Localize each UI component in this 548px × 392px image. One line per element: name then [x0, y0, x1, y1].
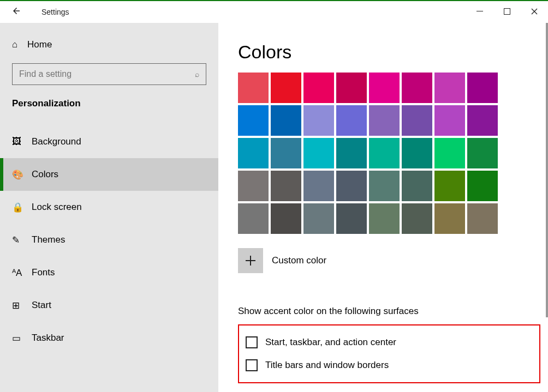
color-swatch[interactable]	[238, 73, 269, 103]
taskbar-icon: ▭	[12, 333, 27, 344]
nav-item-colors[interactable]: 🎨Colors	[0, 158, 218, 191]
color-swatch[interactable]	[467, 73, 498, 103]
color-swatch[interactable]	[467, 171, 498, 201]
nav-item-lock-screen[interactable]: 🔒Lock screen	[0, 191, 218, 224]
nav-item-label: Start	[32, 300, 51, 311]
search-icon: ⌕	[195, 70, 199, 79]
sidebar-home[interactable]: ⌂ Home	[0, 34, 218, 56]
color-swatch[interactable]	[467, 105, 498, 136]
color-swatch[interactable]	[434, 105, 465, 136]
background-icon: 🖼	[12, 136, 27, 147]
color-swatch[interactable]	[402, 171, 432, 201]
color-swatch[interactable]	[238, 203, 269, 234]
color-swatch[interactable]	[369, 73, 400, 103]
color-swatch[interactable]	[434, 138, 465, 168]
close-button[interactable]	[521, 1, 548, 23]
nav-item-label: Taskbar	[32, 333, 64, 343]
nav-item-label: Background	[32, 136, 81, 147]
color-swatch[interactable]	[238, 171, 269, 201]
color-swatch[interactable]	[336, 138, 367, 168]
nav-item-taskbar[interactable]: ▭Taskbar	[0, 322, 218, 354]
colors-icon: 🎨	[12, 169, 27, 180]
custom-color-label: Custom color	[272, 255, 326, 266]
window-title: Settings	[41, 8, 69, 16]
color-swatch[interactable]	[402, 105, 432, 136]
start-icon: ⊞	[12, 300, 27, 311]
color-swatch[interactable]	[402, 138, 432, 168]
scrollbar-thumb[interactable]	[546, 23, 548, 317]
color-swatch[interactable]	[336, 203, 367, 234]
nav-item-fonts[interactable]: ᴬAFonts	[0, 256, 218, 289]
color-swatch[interactable]	[336, 105, 367, 136]
lock-screen-icon: 🔒	[12, 202, 27, 213]
checkbox-label: Start, taskbar, and action center	[265, 337, 396, 348]
color-swatch[interactable]	[369, 138, 400, 168]
color-swatch[interactable]	[303, 138, 334, 168]
color-swatch[interactable]	[271, 138, 301, 168]
home-icon: ⌂	[12, 39, 27, 50]
color-swatch[interactable]	[402, 203, 432, 234]
checkbox-titlebars[interactable]: Title bars and window borders	[243, 354, 535, 377]
color-swatch[interactable]	[369, 203, 400, 234]
color-swatch[interactable]	[238, 138, 269, 168]
home-label: Home	[27, 39, 52, 50]
color-swatch[interactable]	[271, 73, 301, 103]
maximize-button[interactable]	[493, 1, 521, 23]
nav-item-label: Fonts	[32, 267, 55, 278]
surfaces-heading: Show accent color on the following surfa…	[238, 306, 532, 317]
color-swatch[interactable]	[434, 203, 465, 234]
checkbox-start-taskbar[interactable]: Start, taskbar, and action center	[243, 331, 535, 354]
search-field[interactable]	[19, 69, 195, 79]
page-heading: Colors	[238, 41, 532, 63]
color-swatch[interactable]	[271, 171, 301, 201]
color-swatch[interactable]	[467, 203, 498, 234]
color-swatch[interactable]	[369, 171, 400, 201]
content-pane: Colors Custom color Show accent color on…	[218, 23, 548, 392]
nav-item-label: Colors	[32, 169, 58, 180]
checkbox-label: Title bars and window borders	[265, 360, 389, 371]
color-swatch[interactable]	[369, 105, 400, 136]
custom-color-button[interactable]	[238, 248, 263, 273]
nav-item-background[interactable]: 🖼Background	[0, 125, 218, 158]
color-swatch[interactable]	[238, 105, 269, 136]
themes-icon: ✎	[12, 234, 27, 246]
back-button[interactable]	[0, 6, 33, 19]
section-heading: Personalization	[0, 93, 218, 125]
scrollbar[interactable]	[545, 23, 548, 392]
svg-rect-1	[504, 9, 510, 15]
nav-item-start[interactable]: ⊞Start	[0, 289, 218, 322]
color-swatch[interactable]	[336, 73, 367, 103]
search-input[interactable]: ⌕	[12, 63, 206, 85]
sidebar: ⌂ Home ⌕ Personalization 🖼Background🎨Col…	[0, 23, 218, 392]
minimize-button[interactable]	[466, 1, 493, 23]
color-swatch[interactable]	[303, 73, 334, 103]
svg-rect-0	[476, 11, 483, 11]
color-swatch[interactable]	[434, 73, 465, 103]
color-swatch[interactable]	[402, 73, 432, 103]
nav-list: 🖼Background🎨Colors🔒Lock screen✎ThemesᴬAF…	[0, 125, 218, 354]
color-swatch[interactable]	[303, 105, 334, 136]
color-swatch[interactable]	[271, 203, 301, 234]
color-grid	[238, 73, 532, 234]
fonts-icon: ᴬA	[12, 267, 27, 279]
highlight-box: Start, taskbar, and action center Title …	[238, 324, 540, 383]
color-swatch[interactable]	[434, 171, 465, 201]
checkbox-icon	[246, 359, 258, 371]
color-swatch[interactable]	[303, 203, 334, 234]
color-swatch[interactable]	[467, 138, 498, 168]
nav-item-label: Themes	[32, 234, 65, 245]
color-swatch[interactable]	[336, 171, 367, 201]
color-swatch[interactable]	[303, 171, 334, 201]
nav-item-label: Lock screen	[32, 202, 82, 213]
nav-item-themes[interactable]: ✎Themes	[0, 224, 218, 256]
checkbox-icon	[246, 336, 258, 348]
color-swatch[interactable]	[271, 105, 301, 136]
